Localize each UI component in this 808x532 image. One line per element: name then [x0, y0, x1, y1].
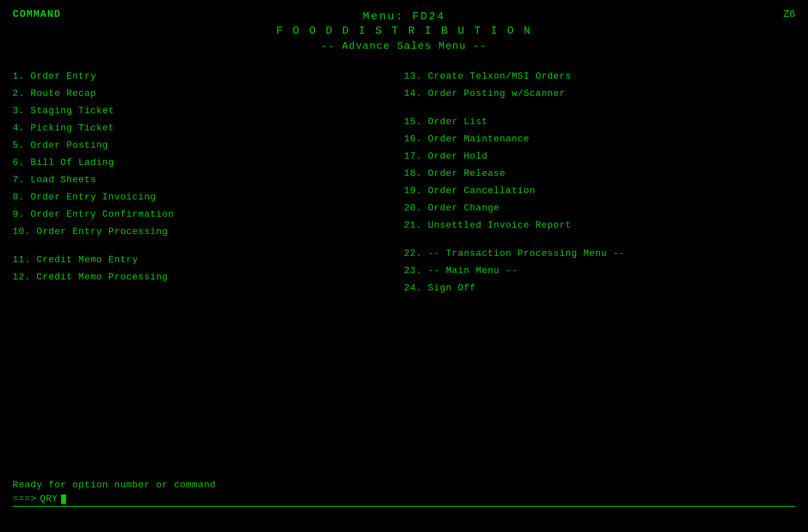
menu-subtitle: -- Advance Sales Menu --: [13, 40, 795, 52]
right-menu-column: 13. Create Telxon/MSI Orders14. Order Po…: [404, 69, 795, 296]
left-menu-column: 1. Order Entry2. Route Recap3. Staging T…: [13, 69, 404, 296]
list-item[interactable]: 19. Order Cancellation: [404, 183, 795, 199]
menu-spacer: [404, 103, 795, 112]
list-item[interactable]: 2. Route Recap: [13, 86, 404, 101]
footer-section: Ready for option number or command ===> …: [13, 480, 795, 507]
input-prompt: ===>: [13, 494, 37, 504]
header: COMMAND Z6 Menu: FD24 F O O D D I S T R …: [13, 8, 795, 52]
ready-text: Ready for option number or command: [13, 480, 795, 490]
list-item[interactable]: 7. Load Sheets: [13, 172, 404, 188]
menu-title: Menu: FD24: [13, 8, 795, 23]
menu-spacer: [404, 235, 795, 244]
list-item[interactable]: 21. Unsettled Invoice Report: [404, 218, 795, 233]
cursor-indicator: [61, 495, 66, 504]
list-item[interactable]: 22. -- Transaction Processing Menu --: [404, 246, 795, 261]
input-line[interactable]: ===> QRY: [13, 494, 795, 507]
command-label: COMMAND: [13, 8, 61, 20]
list-item[interactable]: 1. Order Entry: [13, 69, 404, 84]
list-item[interactable]: 14. Order Posting w/Scanner: [404, 86, 795, 101]
list-item[interactable]: 5. Order Posting: [13, 138, 404, 153]
list-item[interactable]: 10. Order Entry Processing: [13, 224, 404, 239]
list-item[interactable]: 6. Bill Of Lading: [13, 155, 404, 170]
list-item[interactable]: 4. Picking Ticket: [13, 120, 404, 136]
list-item[interactable]: 9. Order Entry Confirmation: [13, 207, 404, 222]
list-item[interactable]: 11. Credit Memo Entry: [13, 252, 404, 268]
list-item[interactable]: 17. Order Hold: [404, 149, 795, 164]
list-item[interactable]: 16. Order Maintenance: [404, 131, 795, 147]
menu-spacer: [13, 241, 404, 250]
list-item[interactable]: 15. Order List: [404, 114, 795, 130]
list-item[interactable]: 18. Order Release: [404, 166, 795, 181]
food-dist-title: F O O D D I S T R I B U T I O N: [13, 23, 795, 37]
list-item[interactable]: 8. Order Entry Invoicing: [13, 189, 404, 205]
list-item[interactable]: 12. Credit Memo Processing: [13, 269, 404, 285]
list-item[interactable]: 3. Staging Ticket: [13, 103, 404, 119]
menu-id: Z6: [783, 8, 795, 20]
menu-columns: 1. Order Entry2. Route Recap3. Staging T…: [13, 69, 795, 296]
list-item[interactable]: 24. Sign Off: [404, 280, 795, 296]
list-item[interactable]: 20. Order Change: [404, 200, 795, 216]
list-item[interactable]: 23. -- Main Menu --: [404, 263, 795, 279]
input-value: QRY: [40, 494, 58, 504]
list-item[interactable]: 13. Create Telxon/MSI Orders: [404, 69, 795, 84]
